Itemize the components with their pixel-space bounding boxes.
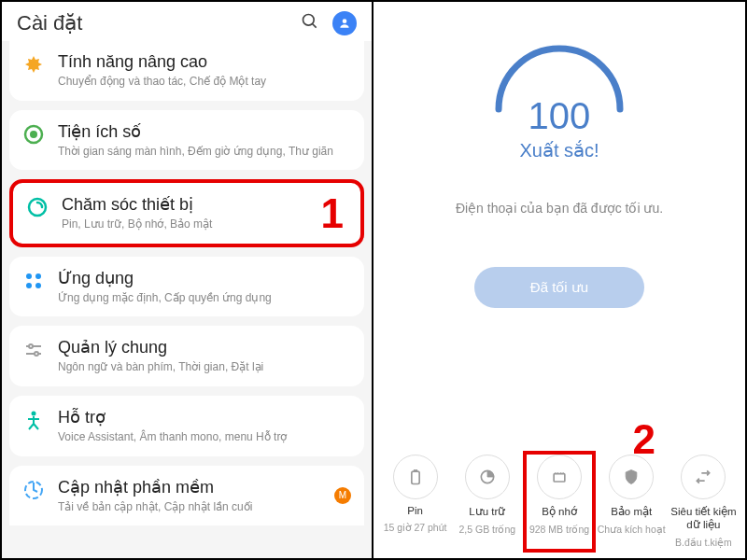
item-title: Ứng dụng [58,268,351,288]
profile-avatar[interactable] [332,11,357,35]
svg-point-2 [343,19,347,23]
step-number-1: 1 [321,190,344,237]
general-icon [22,339,45,361]
svg-point-13 [35,352,38,356]
item-title: Chăm sóc thiết bị [62,194,347,215]
item-subtitle: Thời gian sáng màn hình, Đếm giờ ứng dụn… [58,145,351,160]
item-title: Tính năng nâng cao [58,52,351,72]
item-subtitle: Voice Assistant, Âm thanh mono, menu Hỗ … [58,430,351,445]
item-subtitle: Ngôn ngữ và bàn phím, Thời gian, Đặt lại [58,360,351,375]
highlight-memory [523,451,595,553]
update-icon [22,479,45,501]
settings-item-support[interactable]: Hỗ trợ Voice Assistant, Âm thanh mono, m… [9,396,364,456]
score-gauge [480,30,639,114]
item-subtitle: Chuyển động và thao tác, Chế độ Một tay [58,75,351,90]
shield-icon [622,468,641,486]
card-security[interactable]: Bảo mật Chưa kích hoạt [596,455,668,549]
optimize-message: Điện thoại của bạn đã được tối ưu. [456,201,663,216]
settings-header: Cài đặt [2,2,372,41]
score-label: Xuất sắc! [519,139,599,161]
card-sub: 15 giờ 27 phút [384,522,447,534]
support-icon [22,409,45,431]
item-subtitle: Pin, Lưu trữ, Bộ nhớ, Bảo mật [62,217,347,232]
settings-item-device-care[interactable]: Chăm sóc thiết bị Pin, Lưu trữ, Bộ nhớ, … [9,179,364,247]
svg-line-17 [29,424,34,429]
settings-item-general[interactable]: Quản lý chung Ngôn ngữ và bàn phím, Thời… [9,326,364,386]
svg-point-4 [30,131,37,138]
svg-point-8 [26,283,32,288]
svg-line-1 [313,24,317,28]
card-title: Siêu tiết kiệm dữ liệu [669,505,738,531]
card-memory[interactable]: Bộ nhớ 928 MB trống [523,455,595,549]
settings-item-digital[interactable]: Tiện ích số Thời gian sáng màn hình, Đếm… [9,110,364,171]
settings-list: Tính năng nâng cao Chuyển động và thao t… [2,41,372,558]
card-data-saver[interactable]: Siêu tiết kiệm dữ liệu B.đầu t.kiệm [668,455,740,549]
svg-point-14 [32,411,36,415]
item-subtitle: Tải về bản cập nhật, Cập nhật lần cuối [58,500,351,515]
card-title: Pin [407,505,423,516]
svg-point-6 [26,273,32,279]
apps-icon [22,270,45,292]
item-title: Tiện ích số [58,121,351,142]
device-care-panel: 100 Xuất sắc! Điện thoại của bạn đã được… [374,2,745,558]
svg-rect-21 [414,470,416,472]
svg-point-7 [35,273,41,279]
storage-icon [478,468,497,486]
device-care-icon [26,196,49,218]
settings-item-advanced[interactable]: Tính năng nâng cao Chuyển động và thao t… [9,41,364,101]
svg-point-12 [29,344,33,348]
card-title: Bảo mật [611,505,652,518]
page-title: Cài đặt [17,11,82,35]
card-sub: 2,5 GB trống [458,524,515,536]
optimize-button[interactable]: Đã tối ưu [474,267,644,308]
svg-point-0 [303,15,315,26]
item-subtitle: Ứng dụng mặc định, Cấp quyền ứng dụng [58,291,351,306]
care-cards: Pin 15 giờ 27 phút Lưu trữ 2,5 GB trống … [374,455,745,549]
settings-item-apps[interactable]: Ứng dụng Ứng dụng mặc định, Cấp quyền ứn… [9,257,364,317]
item-title: Cập nhật phần mềm [58,477,351,497]
card-sub: B.đầu t.kiệm [675,537,732,549]
battery-icon [406,468,425,486]
digital-icon [22,123,45,146]
settings-item-update[interactable]: Cập nhật phần mềm Tải về bản cập nhật, C… [9,466,364,526]
card-sub: Chưa kích hoạt [598,524,666,536]
card-battery[interactable]: Pin 15 giờ 27 phút [379,455,451,549]
data-saver-icon [694,468,712,486]
item-title: Hỗ trợ [58,407,351,427]
search-icon[interactable] [301,12,319,35]
svg-point-9 [35,283,41,288]
svg-point-5 [29,199,46,216]
svg-line-18 [34,424,38,429]
settings-panel: Cài đặt Tính năng nâng cao Chuyển động v… [2,2,374,558]
item-title: Quản lý chung [58,337,351,357]
advanced-icon [22,54,45,77]
card-title: Lưu trữ [469,505,505,518]
card-storage[interactable]: Lưu trữ 2,5 GB trống [451,455,523,549]
update-badge: M [334,487,351,504]
svg-rect-20 [411,472,418,484]
